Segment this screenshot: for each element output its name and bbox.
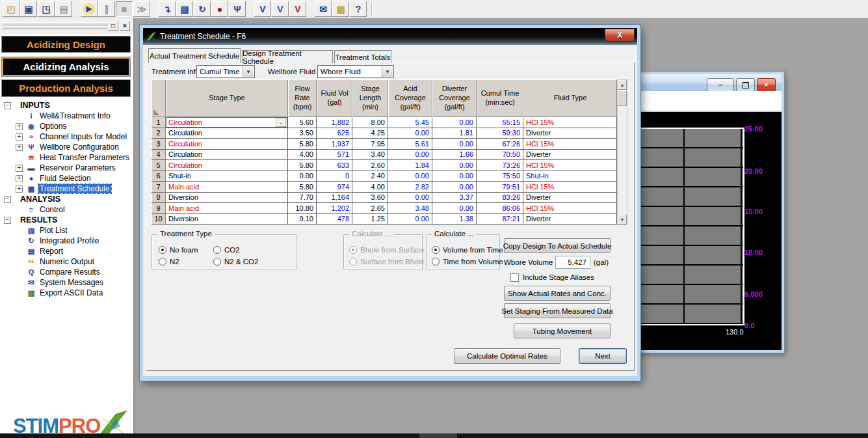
row-number[interactable]: 8 (151, 193, 166, 204)
tree-item-well-treatment-info[interactable]: iWell&Treatment Info (3, 111, 131, 121)
open-button[interactable]: ◰ (3, 1, 20, 17)
integrated-profile-button[interactable]: ↻ (194, 1, 211, 17)
tree-item-export-ascii-data[interactable]: ▧Export ASCII Data (3, 288, 131, 298)
cell-cumul[interactable]: 75:50 (477, 171, 523, 182)
cell-stage[interactable]: Circulation (166, 128, 288, 139)
wellbore-button[interactable]: Ψ (229, 1, 246, 17)
cell-vol[interactable]: 1,937 (317, 139, 352, 150)
tree-expand-toggle[interactable]: − (4, 196, 11, 203)
cell-acid[interactable]: 0.00 (388, 171, 432, 182)
system-messages-button[interactable]: ✉ (315, 1, 332, 17)
cell-flow[interactable]: 0.00 (288, 171, 317, 182)
include-stage-aliases-checkbox[interactable] (510, 273, 519, 282)
cell-fluid[interactable]: HCl 15% (523, 117, 617, 128)
cell-fluid[interactable]: HCl 15% (523, 182, 617, 193)
cell-fluid[interactable]: Diverter (523, 150, 617, 161)
cell-acid[interactable]: 2.82 (388, 182, 432, 193)
rebar-grip[interactable] (3, 22, 108, 25)
wbore-volume-field[interactable]: 5,427 (555, 256, 590, 269)
tree-item-integrated-profile[interactable]: ↻Integrated Profile (3, 236, 131, 246)
show-actual-rates-button[interactable]: Show Actual Rates and Conc. (504, 286, 611, 301)
tubing-movement-button[interactable]: Tubing Movement (514, 323, 611, 338)
cell-cumul[interactable]: 67:26 (477, 139, 523, 150)
tree-item-report[interactable]: ▤Report (3, 246, 131, 256)
cell-vol[interactable]: 571 (317, 150, 352, 161)
cell-flow[interactable]: 7.70 (288, 193, 317, 204)
cell-fluid[interactable]: HCl 15% (523, 139, 617, 150)
cell-acid[interactable]: 0.00 (388, 214, 432, 225)
cell-cumul[interactable]: 87:21 (477, 214, 523, 225)
row-number[interactable]: 7 (151, 182, 166, 193)
cell-vol[interactable]: 625 (317, 128, 352, 139)
cell-flow[interactable]: 9.10 (288, 214, 317, 225)
rebar-grip[interactable] (3, 26, 108, 29)
cell-len[interactable]: 1.25 (352, 214, 388, 225)
cell-div[interactable]: 0.00 (432, 182, 477, 193)
cell-div[interactable]: 3.37 (432, 193, 477, 204)
cell-vol[interactable]: 478 (317, 214, 352, 225)
tree-expand-toggle[interactable]: − (4, 102, 11, 109)
row-number[interactable]: 3 (151, 139, 166, 150)
tree-expand-toggle[interactable]: + (16, 144, 23, 151)
cell-vol[interactable]: 974 (317, 182, 352, 193)
frac-growth-button[interactable]: V (289, 1, 306, 17)
cell-len[interactable]: 2.60 (352, 160, 388, 171)
radio-icon[interactable] (213, 258, 221, 266)
wellbore-fluid-select[interactable]: Wbore Fluid ▼ (317, 65, 394, 78)
cell-vol[interactable]: 633 (317, 160, 352, 171)
cell-div[interactable]: 0.00 (432, 160, 477, 171)
cell-acid[interactable]: 5.61 (388, 139, 432, 150)
tree-expand-toggle[interactable]: + (16, 185, 23, 193)
cell-acid[interactable]: 0.00 (388, 193, 432, 204)
tree-section-analysis[interactable]: −ANALYSIS (3, 194, 131, 204)
set-staging-button[interactable]: Set Staging From Measured Data (504, 303, 611, 318)
run-button[interactable]: ▶ (81, 1, 98, 17)
cell-cumul[interactable]: 73:26 (477, 160, 523, 171)
tree-item-fluid-selection[interactable]: +●Fluid Selection (3, 173, 131, 184)
cell-stage[interactable]: Shut-in (166, 171, 288, 182)
nav-production-analysis[interactable]: Production Analysis (2, 80, 130, 96)
cell-acid[interactable]: 0.00 (388, 128, 432, 139)
tree-item-options[interactable]: +◉Options (3, 121, 131, 131)
cell-acid[interactable]: 0.00 (388, 150, 432, 161)
cell-cumul[interactable]: 79:51 (477, 182, 523, 193)
cell-len[interactable]: 2.65 (352, 203, 388, 214)
tree-item-channel-inputs-for-model[interactable]: +≈Channel Inputs for Model (3, 131, 131, 142)
cell-stage[interactable]: Circulation (166, 139, 288, 150)
frac-width-button[interactable]: V (254, 1, 271, 17)
record-button[interactable]: ● (211, 1, 228, 17)
cell-div[interactable]: 0.00 (432, 203, 477, 214)
row-number[interactable]: 6 (151, 171, 166, 182)
dialog-close-button[interactable]: X (605, 29, 635, 42)
cell-len[interactable]: 3.40 (352, 150, 388, 161)
radio-time-from-volume[interactable]: Time from Volume (432, 256, 503, 267)
nav-acidizing-design[interactable]: Acidizing Design (2, 36, 130, 52)
cell-div[interactable]: 0.00 (432, 171, 477, 182)
cell-flow[interactable]: 5.80 (288, 139, 317, 150)
cell-fluid[interactable]: Shut-in (523, 171, 617, 182)
cell-flow[interactable]: 3.50 (288, 128, 317, 139)
cell-cumul[interactable]: 59:30 (477, 128, 523, 139)
radio-co2[interactable]: CO2 (213, 244, 258, 256)
cell-vol[interactable]: 1,882 (317, 117, 352, 128)
cell-fluid[interactable]: Diverter (523, 214, 617, 225)
cell-len[interactable]: 2.40 (352, 171, 388, 182)
grid-scrollbar[interactable]: ▲ ▼ (617, 79, 627, 225)
cell-cumul[interactable]: 83:26 (477, 193, 523, 204)
cell-div[interactable]: 1.38 (432, 214, 477, 225)
cell-vol[interactable]: 1,202 (317, 203, 352, 214)
cell-stage[interactable]: Circulation (166, 150, 288, 161)
cell-cumul[interactable]: 70:50 (477, 150, 523, 161)
row-number[interactable]: 5 (151, 160, 166, 171)
tab-actual-treatment-schedule[interactable]: Actual Treatment Schedule (148, 48, 241, 63)
cell-fluid[interactable]: Diverter (523, 128, 617, 139)
cell-fluid[interactable]: Diverter (523, 193, 617, 204)
dialog-titlebar[interactable]: Treatment Schedule - F6 (143, 28, 637, 45)
cell-fluid[interactable]: HCl 15% (523, 160, 617, 171)
cell-flow[interactable]: 4.00 (288, 150, 317, 161)
tree-expand-toggle[interactable]: + (16, 175, 23, 182)
close-button[interactable]: × (757, 78, 776, 92)
tree-item-wellbore-configuration[interactable]: +ΨWellbore Configuration (3, 142, 131, 152)
tree-expand-toggle[interactable]: + (16, 133, 23, 141)
cell-div[interactable]: 0.00 (432, 139, 477, 150)
